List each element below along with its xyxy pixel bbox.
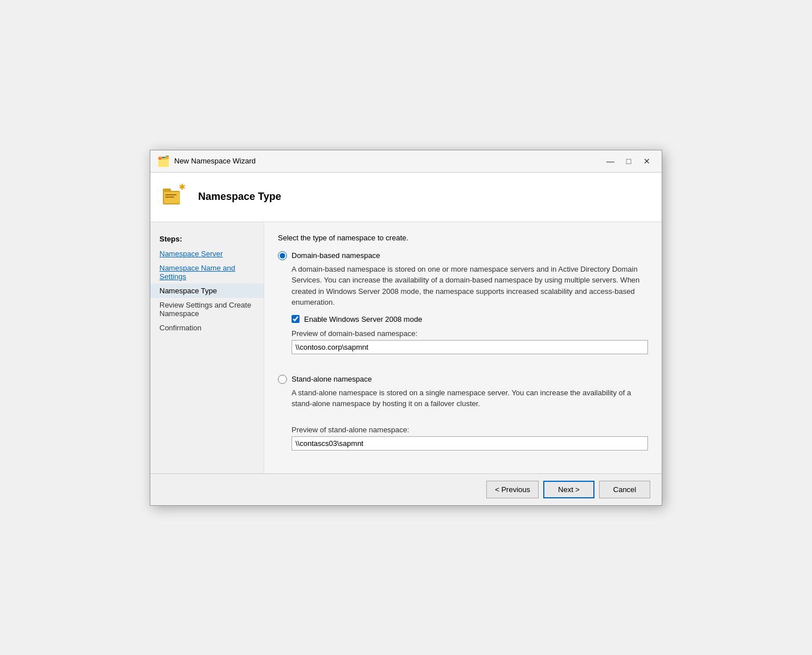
standalone-preview-label: Preview of stand-alone namespace:	[292, 425, 648, 434]
svg-rect-4	[165, 194, 177, 195]
titlebar: 🗂️ New Namespace Wizard — □ ✕	[150, 150, 662, 173]
enable-2008-mode-label[interactable]: Enable Windows Server 2008 mode	[304, 315, 422, 324]
domain-preview-label: Preview of domain-based namespace:	[292, 329, 648, 338]
enable-2008-mode-row: Enable Windows Server 2008 mode	[292, 315, 648, 324]
domain-radio-row: Domain-based namespace	[278, 251, 648, 260]
standalone-option-block: Stand-alone namespace A stand-alone name…	[278, 375, 648, 451]
domain-option-block: Domain-based namespace A domain-based na…	[278, 251, 648, 354]
sidebar-item-namespace-server[interactable]: Namespace Server	[150, 247, 264, 261]
enable-2008-mode-checkbox[interactable]	[292, 315, 300, 323]
sidebar-section-title: Steps:	[150, 231, 264, 247]
wizard-header-icon: ✱	[162, 182, 189, 212]
standalone-radio-input[interactable]	[278, 375, 287, 384]
instruction-text: Select the type of namespace to create.	[278, 234, 648, 242]
sidebar-item-namespace-name[interactable]: Namespace Name and Settings	[150, 261, 264, 284]
sidebar-item-namespace-type: Namespace Type	[150, 284, 264, 298]
domain-option-description: A domain-based namespace is stored on on…	[292, 264, 648, 308]
svg-rect-1	[163, 189, 171, 192]
main-content: Select the type of namespace to create. …	[264, 222, 662, 473]
separator2	[278, 416, 648, 425]
sidebar-item-review-settings: Review Settings and Create Namespace	[150, 298, 264, 321]
sidebar: Steps: Namespace Server Namespace Name a…	[150, 222, 264, 473]
titlebar-title: New Namespace Wizard	[174, 157, 256, 165]
wizard-page-title: Namespace Type	[198, 191, 281, 203]
standalone-radio-row: Stand-alone namespace	[278, 375, 648, 384]
maximize-button[interactable]: □	[621, 155, 637, 167]
standalone-option-description: A stand-alone namespace is stored on a s…	[292, 387, 648, 410]
next-button[interactable]: Next >	[543, 481, 594, 498]
close-button[interactable]: ✕	[639, 155, 655, 167]
svg-text:✱: ✱	[179, 182, 186, 191]
wizard-footer: < Previous Next > Cancel	[150, 473, 662, 505]
titlebar-icon: 🗂️	[157, 155, 170, 167]
wizard-header: ✱ Namespace Type	[150, 173, 662, 222]
domain-preview-input[interactable]	[292, 340, 648, 354]
wizard-body: Steps: Namespace Server Namespace Name a…	[150, 222, 662, 473]
minimize-button[interactable]: —	[602, 155, 618, 167]
standalone-preview-input[interactable]	[292, 436, 648, 451]
titlebar-controls: — □ ✕	[602, 155, 655, 167]
separator	[278, 366, 648, 375]
previous-button[interactable]: < Previous	[486, 481, 539, 498]
standalone-radio-label[interactable]: Stand-alone namespace	[292, 375, 372, 383]
domain-radio-input[interactable]	[278, 251, 287, 260]
titlebar-left: 🗂️ New Namespace Wizard	[157, 155, 256, 167]
domain-radio-label[interactable]: Domain-based namespace	[292, 251, 380, 260]
cancel-button[interactable]: Cancel	[599, 481, 650, 498]
wizard-window: 🗂️ New Namespace Wizard — □ ✕ ✱	[150, 150, 662, 506]
svg-rect-5	[165, 197, 174, 198]
sidebar-item-confirmation: Confirmation	[150, 321, 264, 335]
